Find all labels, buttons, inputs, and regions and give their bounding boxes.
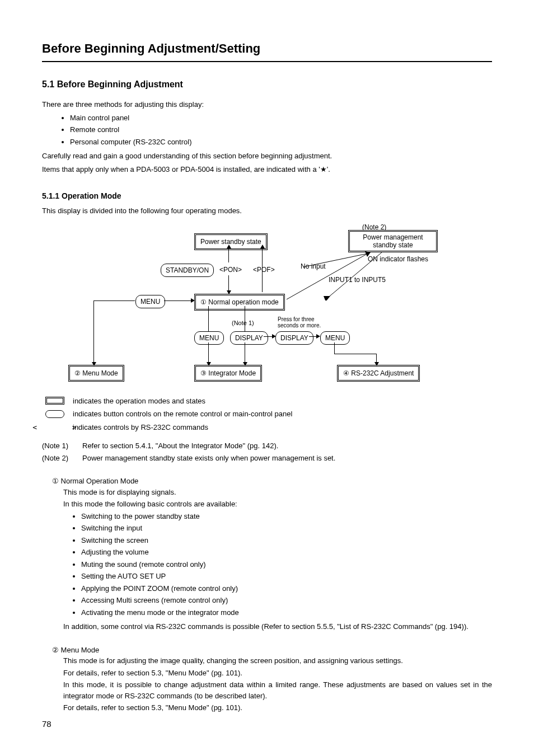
power-mgmt-box: Power management standby state bbox=[348, 230, 438, 253]
press3-label: Press for three seconds or more. bbox=[278, 316, 328, 328]
mode-1-block: ① Normal Operation Mode This mode is for… bbox=[42, 476, 492, 632]
mode-1-p3: In addition, some control via RS-232C co… bbox=[63, 621, 492, 632]
list-item: Setting the AUTO SET UP bbox=[81, 571, 492, 582]
svg-line-0 bbox=[287, 253, 368, 299]
mode-2-p4: For details, refer to section 5.3, "Menu… bbox=[63, 702, 492, 713]
mode-2-head: ② Menu Mode bbox=[52, 645, 492, 656]
svg-line-3 bbox=[326, 252, 382, 299]
list-item: Switching the screen bbox=[81, 535, 492, 546]
list-item: Switching the input bbox=[81, 523, 492, 534]
subsection-intro: This display is divided into the followi… bbox=[42, 205, 492, 217]
note1-label: (Note 1) bbox=[232, 318, 254, 328]
pon-label: <PON> bbox=[219, 265, 242, 275]
list-item: Muting the sound (remote control only) bbox=[81, 559, 492, 570]
intro-after-2: Items that apply only when a PDA-5003 or… bbox=[42, 164, 492, 175]
operation-mode-diagram: (Note 2) Power standby state Power manag… bbox=[51, 222, 483, 384]
menu-button-2: MENU bbox=[194, 331, 224, 345]
menu-mode-box: ② Menu Mode bbox=[68, 365, 124, 382]
rs232c-box: ④ RS-232C Adjustment bbox=[337, 365, 420, 382]
mode-2-p3: In this mode, it is possible to change a… bbox=[63, 679, 492, 701]
list-item: Remote control bbox=[70, 124, 492, 135]
svg-marker-4 bbox=[324, 296, 330, 300]
menu-button-1: MENU bbox=[135, 295, 165, 308]
list-item: Activating the menu mode or the integrat… bbox=[81, 607, 492, 618]
list-item: Personal computer (RS-232C control) bbox=[70, 137, 492, 148]
legend-angle-icon: < > bbox=[42, 422, 67, 433]
legend-round-box-icon bbox=[45, 410, 64, 418]
intro-paragraph: There are three methods for adjusting th… bbox=[42, 99, 492, 110]
pof-label: <POF> bbox=[253, 265, 275, 275]
page-number: 78 bbox=[42, 718, 492, 731]
mode-2-block: ② Menu Mode This mode is for adjusting t… bbox=[42, 645, 492, 713]
list-item: Adjusting the volume bbox=[81, 547, 492, 558]
list-item: Applying the POINT ZOOM (remote control … bbox=[81, 583, 492, 594]
mode-2-p2: For details, refer to section 5.3, "Menu… bbox=[63, 668, 492, 679]
chapter-title: Before Beginning Adjustment/Setting bbox=[42, 39, 492, 62]
diagonal-lines bbox=[287, 250, 410, 300]
list-item: Switching to the power standby state bbox=[81, 511, 492, 522]
note-1: (Note 1) Refer to section 5.4.1, "About … bbox=[42, 440, 492, 452]
mode-1-head: ① Normal Operation Mode bbox=[52, 476, 492, 487]
note-2: (Note 2) Power management standby state … bbox=[42, 453, 492, 464]
display-button-1: DISPLAY bbox=[230, 331, 268, 345]
mode-2-p1: This mode is for adjusting the image qua… bbox=[63, 655, 492, 666]
section-title: 5.1 Before Beginning Adjustment bbox=[42, 78, 492, 91]
intro-after-1: Carefully read and gain a good understan… bbox=[42, 151, 492, 162]
legend-double-text: indicates the operation modes and states bbox=[73, 396, 205, 407]
diagram-legend: indicates the operation modes and states… bbox=[42, 396, 492, 433]
subsection-title: 5.1.1 Operation Mode bbox=[42, 190, 492, 202]
mode-1-bullets: Switching to the power standby state Swi… bbox=[81, 511, 492, 618]
display-button-2: DISPLAY bbox=[275, 331, 313, 345]
list-item: Main control panel bbox=[70, 112, 492, 124]
legend-angle-text: indicates controls by RS-232C commands bbox=[73, 422, 208, 433]
legend-double-box-icon bbox=[45, 397, 64, 405]
svg-line-2 bbox=[303, 253, 368, 267]
list-item: Accessing Multi screens (remote control … bbox=[81, 595, 492, 606]
legend-round-text: indicates button controls on the remote … bbox=[73, 408, 292, 420]
menu-button-3: MENU bbox=[320, 331, 350, 345]
methods-list: Main control panel Remote control Person… bbox=[70, 112, 492, 148]
standby-on-button: STANDBY/ON bbox=[161, 264, 214, 277]
mode-1-p2: In this mode the following basic control… bbox=[63, 499, 492, 510]
integrator-mode-box: ③ Integrator Mode bbox=[194, 365, 262, 382]
mode-1-p1: This mode is for displaying signals. bbox=[63, 487, 492, 498]
